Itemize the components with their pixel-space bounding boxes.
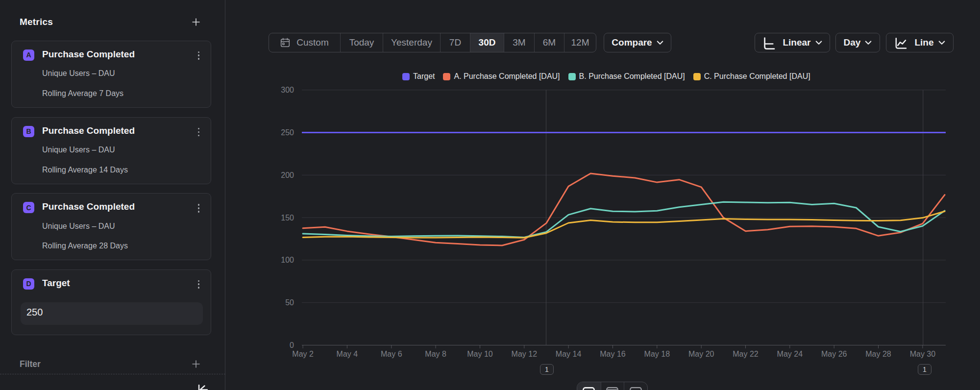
svg-text:200: 200 [281,171,294,179]
svg-text:100: 100 [281,256,294,264]
svg-text:May 26: May 26 [821,350,847,358]
svg-text:250: 250 [281,128,294,137]
svg-text:0: 0 [290,341,294,349]
svg-text:300: 300 [281,86,294,94]
svg-text:May 24: May 24 [777,350,803,358]
svg-text:May 8: May 8 [425,350,446,358]
svg-text:May 18: May 18 [644,350,670,358]
svg-text:May 6: May 6 [381,350,402,358]
svg-text:May 22: May 22 [733,350,759,358]
svg-text:May 28: May 28 [865,350,891,358]
svg-text:May 12: May 12 [512,350,538,358]
svg-text:May 2: May 2 [292,350,314,358]
svg-text:150: 150 [281,214,294,222]
svg-text:May 20: May 20 [688,350,714,358]
svg-text:May 10: May 10 [467,350,493,358]
svg-text:50: 50 [285,298,294,307]
svg-text:May 16: May 16 [600,350,626,358]
svg-text:May 14: May 14 [556,350,582,358]
svg-text:May 30: May 30 [910,350,936,358]
svg-text:May 4: May 4 [337,350,358,358]
